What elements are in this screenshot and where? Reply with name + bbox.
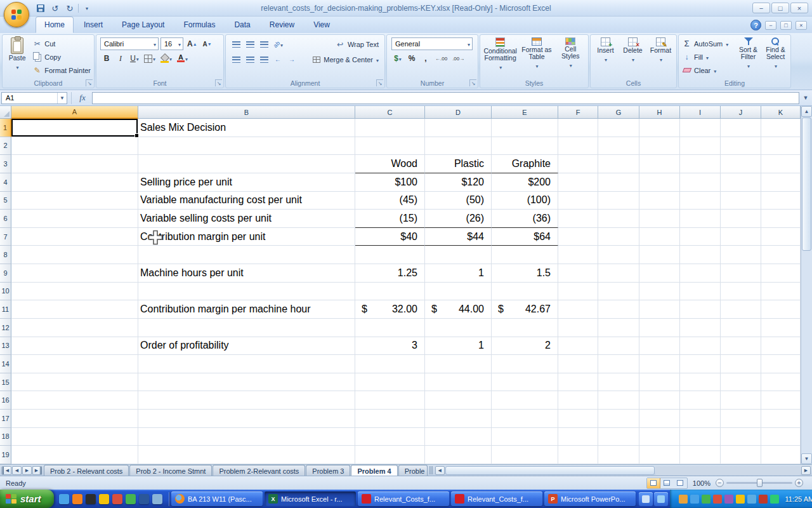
cell-C7[interactable]: $40 xyxy=(355,228,425,246)
fill-color-button[interactable] xyxy=(159,52,174,65)
italic-button[interactable]: I xyxy=(114,52,127,65)
cell-F9[interactable] xyxy=(558,264,598,283)
cell-J3[interactable] xyxy=(721,155,761,173)
office-button-icon[interactable] xyxy=(4,2,29,27)
cell-I8[interactable] xyxy=(680,246,721,264)
cell-C3[interactable]: Wood xyxy=(355,155,425,173)
cell-G8[interactable] xyxy=(598,246,639,264)
decrease-decimal-button[interactable]: .00→ xyxy=(450,52,466,65)
conditional-formatting-button[interactable]: Conditional Formatting xyxy=(482,36,519,78)
cell-D11[interactable]: $44.00 xyxy=(425,300,492,319)
column-header-H[interactable]: H xyxy=(639,106,680,119)
clear-button[interactable]: Clear xyxy=(680,64,735,77)
cell-G18[interactable] xyxy=(598,428,639,446)
cell-K15[interactable] xyxy=(761,373,801,392)
cell-C4[interactable]: $100 xyxy=(355,173,425,192)
horizontal-scroll-thumb[interactable] xyxy=(445,466,655,475)
ribbon-tab-review[interactable]: Review xyxy=(261,17,303,33)
cell-K3[interactable] xyxy=(761,155,801,173)
cell-E17[interactable] xyxy=(492,410,558,428)
taskbar-button-1[interactable]: BA 213 W11 (Pasc... xyxy=(171,491,263,506)
cell-I6[interactable] xyxy=(680,210,721,228)
cell-G13[interactable] xyxy=(598,337,639,356)
tray-icon-8[interactable] xyxy=(759,495,768,504)
format-as-table-button[interactable]: Format as Table xyxy=(520,36,554,78)
cell-A2[interactable] xyxy=(11,137,138,156)
quick-launch-icon-7[interactable] xyxy=(139,494,149,504)
row-header-11[interactable]: 11 xyxy=(0,300,11,319)
cell-J15[interactable] xyxy=(721,373,761,392)
cell-J13[interactable] xyxy=(721,337,761,356)
cell-F5[interactable] xyxy=(558,192,598,210)
sheet-tab-problem-4[interactable]: Problem 4 xyxy=(351,465,397,476)
row-header-16[interactable]: 16 xyxy=(0,391,11,410)
column-header-E[interactable]: E xyxy=(492,106,558,119)
percent-style-button[interactable]: % xyxy=(405,52,418,65)
cell-A8[interactable] xyxy=(11,246,138,264)
sort-filter-button[interactable]: Sort & Filter xyxy=(735,36,762,78)
row-header-6[interactable]: 6 xyxy=(0,210,11,228)
scroll-down-icon[interactable]: ▼ xyxy=(801,453,812,464)
cell-F1[interactable] xyxy=(558,119,598,137)
cell-F6[interactable] xyxy=(558,210,598,228)
cell-G14[interactable] xyxy=(598,355,639,373)
cell-H14[interactable] xyxy=(639,355,680,373)
cell-B18[interactable] xyxy=(138,428,355,446)
cell-G11[interactable] xyxy=(598,300,639,319)
cell-H9[interactable] xyxy=(639,264,680,283)
cell-F10[interactable] xyxy=(558,283,598,301)
format-painter-button[interactable]: ✎Format Painter xyxy=(30,64,93,77)
format-cells-button[interactable]: ✎ Format xyxy=(647,36,675,78)
cell-K17[interactable] xyxy=(761,410,801,428)
find-select-button[interactable]: Find & Select xyxy=(762,36,789,78)
cell-D9[interactable]: 1 xyxy=(425,264,492,283)
cell-B3[interactable] xyxy=(138,155,355,173)
row-header-8[interactable]: 8 xyxy=(0,246,11,264)
ribbon-tab-data[interactable]: Data xyxy=(225,17,259,33)
quick-launch-icon-1[interactable] xyxy=(59,494,69,504)
cell-G10[interactable] xyxy=(598,283,639,301)
borders-button[interactable] xyxy=(142,52,157,65)
cell-B13[interactable]: Order of profitability xyxy=(138,337,355,356)
ribbon-tab-formulas[interactable]: Formulas xyxy=(174,17,224,33)
cell-K9[interactable] xyxy=(761,264,801,283)
cell-I15[interactable] xyxy=(680,373,721,392)
merge-center-button[interactable]: Merge & Center xyxy=(310,53,381,66)
cell-I19[interactable] xyxy=(680,446,721,464)
cell-K16[interactable] xyxy=(761,391,801,410)
cell-E16[interactable] xyxy=(492,391,558,410)
cell-K1[interactable] xyxy=(761,119,801,137)
cell-J4[interactable] xyxy=(721,173,761,192)
cell-K10[interactable] xyxy=(761,283,801,301)
cell-E2[interactable] xyxy=(492,137,558,156)
cell-H6[interactable] xyxy=(639,210,680,228)
cell-E18[interactable] xyxy=(492,428,558,446)
cell-G15[interactable] xyxy=(598,373,639,392)
shrink-font-button[interactable]: A▼ xyxy=(201,37,214,50)
vertical-scroll-thumb[interactable] xyxy=(802,117,811,251)
cell-E10[interactable] xyxy=(492,283,558,301)
cell-D16[interactable] xyxy=(425,391,492,410)
cell-E7[interactable]: $64 xyxy=(492,228,558,246)
hscroll-right-icon[interactable]: ▶ xyxy=(801,466,811,475)
page-layout-view-button[interactable] xyxy=(660,478,674,488)
comma-style-button[interactable]: , xyxy=(419,52,432,65)
ribbon-tab-insert[interactable]: Insert xyxy=(75,17,112,33)
zoom-level[interactable]: 100% xyxy=(693,479,710,487)
cell-G19[interactable] xyxy=(598,446,639,464)
quick-launch-icon-6[interactable] xyxy=(126,494,136,504)
horizontal-scroll-track[interactable] xyxy=(655,466,801,475)
cell-D1[interactable] xyxy=(425,119,492,137)
cell-E12[interactable] xyxy=(492,319,558,337)
align-top-button[interactable] xyxy=(230,38,242,51)
cell-D14[interactable] xyxy=(425,355,492,373)
cell-K18[interactable] xyxy=(761,428,801,446)
cell-A19[interactable] xyxy=(11,446,138,464)
cell-J19[interactable] xyxy=(721,446,761,464)
zoom-in-button[interactable]: + xyxy=(795,479,803,487)
number-format-select[interactable]: General xyxy=(391,37,473,50)
grow-font-button[interactable]: A▲ xyxy=(185,37,199,50)
zoom-out-button[interactable]: − xyxy=(716,479,724,487)
cell-B1[interactable]: Sales Mix Decision xyxy=(138,119,355,137)
sheet-tab-prob-2-relevant-costs[interactable]: Prob 2 - Relevant costs xyxy=(44,465,129,476)
